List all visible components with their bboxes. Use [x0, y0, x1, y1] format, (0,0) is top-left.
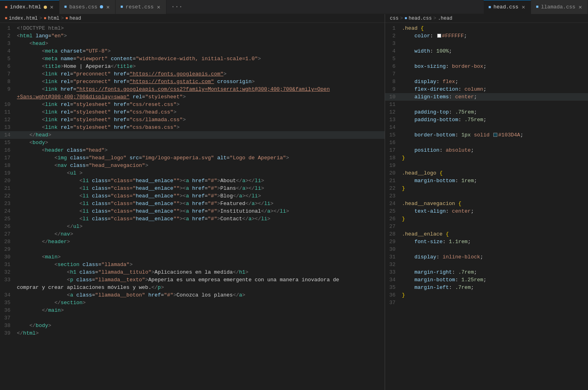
line-content: <meta name="viewport" content="width=dev… [17, 55, 385, 63]
code-editor-left[interactable]: 1<!DOCTYPE html>2<html lang="en">3 <head… [0, 23, 385, 390]
line-content [402, 299, 588, 307]
line-content: width: 100%; [402, 47, 588, 55]
tab-close-button[interactable]: ✕ [49, 3, 54, 11]
line-number: 31 [385, 253, 402, 261]
code-line: 8 display: flex; [385, 78, 588, 85]
tab-head-css[interactable]: ■ head.css ✕ [484, 0, 531, 14]
line-content: <head> [17, 40, 385, 47]
line-content: <li class="class="head__enlace""><a href… [17, 177, 385, 185]
code-line: 7 <link rel="preconnect" href="https://f… [0, 70, 385, 78]
line-content: padding-bottom: .75rem; [402, 116, 588, 124]
line-number: 22 [0, 192, 17, 200]
line-number: 12 [0, 116, 17, 124]
line-number: 24 [385, 200, 402, 207]
code-line: 11 <link rel="stylesheet" href="css/head… [0, 108, 385, 116]
code-line: 31 <section class="llamada"> [0, 261, 385, 268]
code-line: 25 <li class="class="head__enlace""><a h… [0, 215, 385, 223]
line-content: <main> [17, 253, 385, 261]
line-number: 5 [0, 55, 17, 63]
line-number: 16 [385, 139, 402, 146]
code-line: 22 <li class="class="head__enlace""><a h… [0, 192, 385, 200]
tab-bases-css[interactable]: ■ bases.css ✕ [59, 0, 116, 14]
editor-pane-right: css > ■ head.css > .head 1.head {2 color… [385, 14, 588, 390]
code-line: 28 </header> [0, 238, 385, 246]
line-content: <link rel="stylesheet" href="css/reset.c… [17, 101, 385, 108]
line-number: 34 [0, 291, 17, 299]
line-number: 28 [0, 238, 17, 246]
line-number: 38 [0, 322, 17, 329]
line-number: 29 [385, 238, 402, 246]
line-number: 33 [0, 276, 17, 284]
line-number: 3 [385, 40, 402, 47]
line-number: 18 [0, 162, 17, 169]
more-tabs-button[interactable]: ··· [168, 3, 186, 10]
breadcrumb-left: ■ index.html > ■ html > ■ head [0, 14, 385, 23]
line-number: 13 [385, 116, 402, 124]
code-line: 29 [0, 246, 385, 253]
code-line: 35 </section> [0, 299, 385, 307]
line-content: </header> [17, 238, 385, 246]
tab-reset-css[interactable]: ■ reset.css ✕ [116, 0, 166, 14]
line-content: text-align: center; [402, 207, 588, 215]
line-number: 36 [0, 307, 17, 314]
code-line: 4 width: 100%; [385, 47, 588, 55]
line-number: 25 [385, 207, 402, 215]
code-line: 37 [0, 314, 385, 322]
line-number: 32 [385, 261, 402, 268]
line-number [0, 93, 17, 101]
breadcrumb-item-head-selector: .head [438, 16, 452, 21]
line-number: 17 [385, 146, 402, 154]
tab-index-html[interactable]: ■ index.html ✕ [0, 0, 59, 14]
code-line: 7 [385, 70, 588, 78]
breadcrumb-item-html: html [48, 16, 59, 21]
line-number: 14 [385, 124, 402, 131]
tab-close-button[interactable]: ✕ [156, 3, 161, 11]
line-content [402, 162, 588, 169]
line-number: 26 [385, 215, 402, 223]
line-content: </section> [17, 299, 385, 307]
tab-label: index.html [10, 4, 41, 10]
code-line: 14 </head> [0, 131, 385, 139]
line-content: margin-right: .7rem; [402, 268, 588, 276]
line-content [402, 192, 588, 200]
line-content: </body> [17, 322, 385, 329]
line-number: 12 [385, 108, 402, 116]
tab-label: bases.css [69, 4, 97, 10]
line-number [0, 284, 17, 291]
line-content: <img class="head__logo" src="img/logo-ap… [17, 154, 385, 162]
code-line: 37 [385, 299, 588, 307]
line-number: 36 [385, 291, 402, 299]
line-content: .head__enlace { [402, 230, 588, 238]
code-line: 34 <a class="llamada__boton" href="#">Co… [0, 291, 385, 299]
code-line: 35 margin-left: .7rem; [385, 284, 588, 291]
line-number: 37 [0, 314, 17, 322]
line-content: <nav class="head__navegacion"> [17, 162, 385, 169]
tab-close-button[interactable]: ✕ [578, 3, 583, 11]
line-number: 4 [385, 47, 402, 55]
tab-label: llamada.css [541, 4, 576, 10]
tab-close-button[interactable]: ✕ [105, 3, 110, 11]
code-line: 33 <p class="llamada__texto">Apeperia es… [0, 276, 385, 284]
line-number: 9 [0, 85, 17, 93]
code-line: 9 <link href="https://fonts.googleapis.c… [0, 85, 385, 93]
code-editor-right[interactable]: 1.head {2 color: #FFFFFF;34 width: 100%;… [385, 23, 588, 390]
code-line: 4 <meta charset="UTF-8"> [0, 47, 385, 55]
tab-llamada-css[interactable]: ■ llamada.css ✕ [531, 0, 588, 14]
tab-close-button[interactable]: ✕ [521, 3, 526, 11]
css-file-icon: ■ [120, 4, 123, 9]
line-number: 34 [385, 276, 402, 284]
code-line: 30 <main> [0, 253, 385, 261]
breadcrumb-sep2: > [61, 16, 64, 21]
line-number: 4 [0, 47, 17, 55]
line-content: flex-direction: column; [402, 85, 588, 93]
line-content: <h1 class="llamada__titulo">Aplicaciones… [17, 268, 385, 276]
line-content: align-items: center; [402, 93, 588, 101]
code-line: 16 [385, 139, 588, 146]
code-line: 1<!DOCTYPE html> [0, 24, 385, 32]
line-number: 23 [385, 192, 402, 200]
line-content: <title>Home | Apeperia</title> [17, 63, 385, 70]
code-line: 12 padding-top: .75rem; [385, 108, 588, 116]
line-content: margin-left: .7rem; [402, 284, 588, 291]
line-content: color: #FFFFFF; [402, 32, 588, 40]
code-line: 11 [385, 101, 588, 108]
